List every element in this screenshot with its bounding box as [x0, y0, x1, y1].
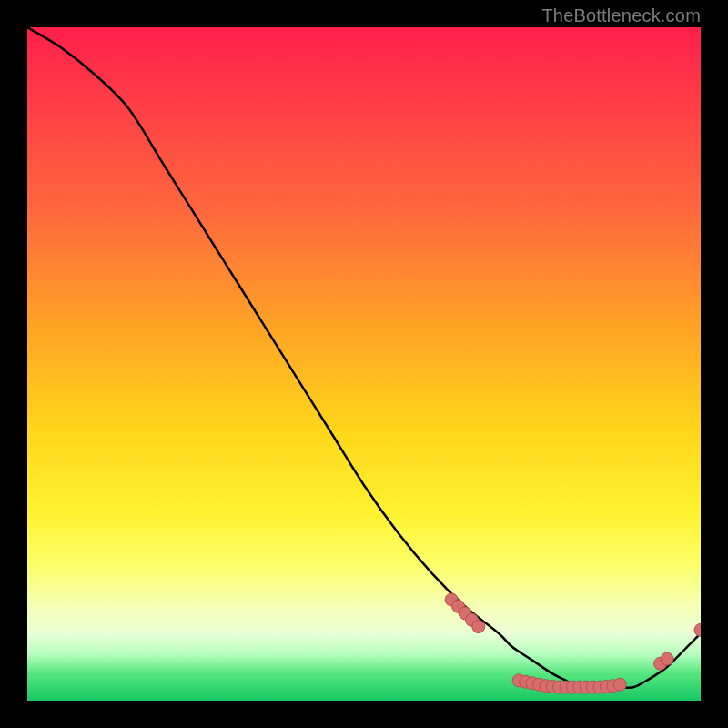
- data-marker: [452, 600, 465, 612]
- data-marker: [566, 681, 579, 693]
- data-marker: [512, 674, 525, 687]
- data-marker: [526, 677, 539, 690]
- data-marker: [654, 657, 667, 670]
- data-marker: [694, 623, 701, 636]
- data-marker: [661, 652, 673, 665]
- data-marker: [600, 680, 612, 693]
- attribution-label: TheBottleneck.com: [541, 5, 701, 26]
- data-marker: [540, 680, 552, 693]
- data-marker: [459, 607, 471, 620]
- data-marker: [465, 613, 478, 626]
- data-marker: [445, 593, 458, 606]
- data-marker: [472, 621, 485, 633]
- data-marker: [593, 681, 606, 693]
- chart-stage: TheBottleneck.com: [0, 0, 728, 728]
- data-marker: [532, 678, 545, 691]
- data-marker: [573, 681, 586, 693]
- data-marker: [587, 681, 600, 693]
- data-marker: [607, 680, 620, 693]
- data-marker: [613, 678, 626, 691]
- data-marker: [580, 681, 592, 693]
- data-marker: [520, 675, 532, 688]
- data-marker: [560, 681, 572, 693]
- bottleneck-curve: [27, 27, 701, 688]
- data-marker: [546, 680, 559, 693]
- markers-group: [445, 593, 701, 693]
- data-marker: [553, 681, 566, 693]
- plot-area: [27, 27, 701, 701]
- chart-svg: [27, 27, 701, 701]
